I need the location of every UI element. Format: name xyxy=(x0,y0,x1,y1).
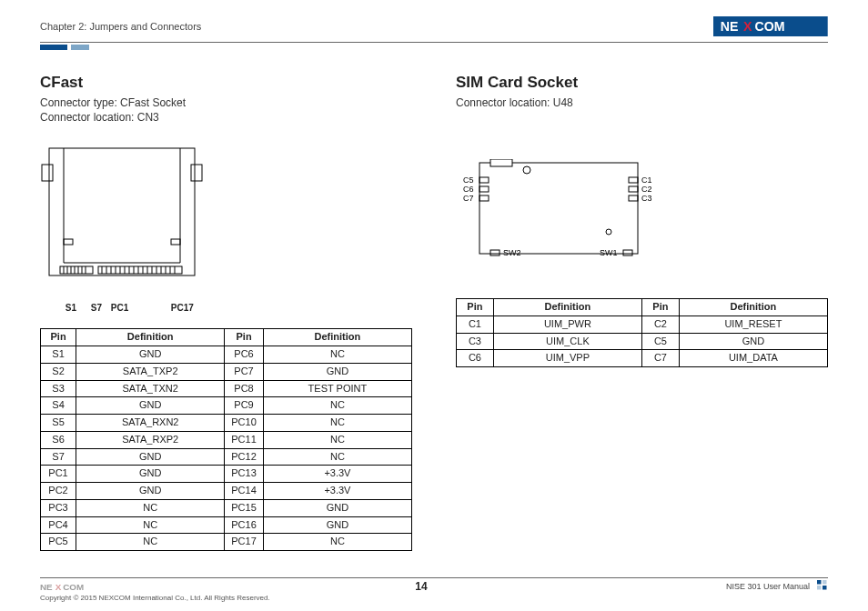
def-cell: GND xyxy=(76,483,225,500)
pin-cell: PC1 xyxy=(41,466,76,483)
svg-rect-51 xyxy=(490,250,500,255)
pin-cell: PC5 xyxy=(41,534,76,551)
svg-rect-6 xyxy=(191,165,202,181)
pin-cell: PC9 xyxy=(225,397,264,415)
pin-cell: PC3 xyxy=(41,499,76,516)
svg-rect-47 xyxy=(629,195,638,201)
th-def: Definition xyxy=(263,329,411,346)
def-cell: NC xyxy=(263,534,411,551)
svg-text:X: X xyxy=(56,582,62,592)
table-row: S2SATA_TXP2PC7GND xyxy=(41,363,412,380)
th-pin: Pin xyxy=(225,329,264,346)
svg-point-38 xyxy=(606,229,611,235)
pin-cell: PC15 xyxy=(225,499,264,516)
pin-cell: PC13 xyxy=(225,466,264,483)
def-cell: GND xyxy=(76,397,225,415)
svg-rect-39 xyxy=(479,177,489,183)
svg-rect-8 xyxy=(171,239,180,245)
copyright: Copyright © 2015 NEXCOM International Co… xyxy=(40,594,828,602)
pin-cell: S7 xyxy=(41,448,76,466)
th-pin: Pin xyxy=(457,299,494,316)
pin-cell: PC8 xyxy=(225,380,264,397)
def-cell: NC xyxy=(76,516,225,534)
def-cell: NC xyxy=(263,346,411,364)
pin-cell: S3 xyxy=(41,380,76,397)
svg-rect-61 xyxy=(823,586,827,590)
th-pin: Pin xyxy=(41,329,76,346)
def-cell: NC xyxy=(76,534,225,551)
def-cell: GND xyxy=(263,363,411,380)
pin-cell: S2 xyxy=(41,363,76,380)
def-cell: SATA_TXP2 xyxy=(76,363,225,380)
svg-text:C5: C5 xyxy=(463,175,474,185)
table-row: S1GNDPC6NC xyxy=(41,346,412,364)
table-row: PC1GNDPC13+3.3V xyxy=(41,466,412,483)
th-pin: Pin xyxy=(642,299,680,316)
table-row: S3SATA_TXN2PC8TEST POINT xyxy=(41,380,412,397)
svg-rect-59 xyxy=(823,580,827,585)
table-row: S4GNDPC9NC xyxy=(41,397,412,415)
def-cell: GND xyxy=(76,466,225,483)
svg-rect-5 xyxy=(42,165,53,181)
svg-rect-9 xyxy=(60,266,93,274)
def-cell: UIM_RESET xyxy=(679,316,827,333)
accent-bar xyxy=(40,45,828,55)
def-cell: UIM_DATA xyxy=(679,350,827,367)
footer-squares-icon xyxy=(817,580,828,593)
brand-logo: NE X COM xyxy=(713,16,828,36)
svg-text:NE: NE xyxy=(721,19,739,34)
def-cell: +3.3V xyxy=(263,483,411,500)
svg-point-37 xyxy=(523,166,530,174)
table-row: C1UIM_PWRC2UIM_RESET xyxy=(457,316,828,333)
table-row: PC2GNDPC14+3.3V xyxy=(41,483,412,500)
manual-name: NISE 301 User Manual xyxy=(726,582,810,591)
page-number: 14 xyxy=(415,580,427,593)
table-row: S7GNDPC12NC xyxy=(41,448,412,466)
footer-logo: NE X COM xyxy=(40,580,116,593)
pin-cell: PC14 xyxy=(225,483,264,500)
table-row: PC3NCPC15GND xyxy=(41,499,412,516)
pin-cell: PC10 xyxy=(225,415,264,432)
svg-rect-36 xyxy=(490,159,512,166)
sim-title: SIM Card Socket xyxy=(456,74,828,92)
pin-cell: PC6 xyxy=(225,346,264,364)
pin-cell: S1 xyxy=(41,346,76,364)
pin-cell: C3 xyxy=(457,333,494,350)
cfast-diagram: S1S7PC1PC17 xyxy=(40,143,412,323)
svg-text:X: X xyxy=(743,19,752,34)
def-cell: SATA_RXP2 xyxy=(76,431,225,448)
svg-rect-41 xyxy=(479,195,489,201)
sim-location: Connector location: U48 xyxy=(456,95,828,110)
sim-table: Pin Definition Pin Definition C1UIM_PWRC… xyxy=(456,298,828,367)
svg-text:COM: COM xyxy=(755,19,785,34)
svg-text:C7: C7 xyxy=(463,194,474,203)
svg-rect-35 xyxy=(479,163,638,254)
sim-diagram: C5 C6 C7 C1 C2 C3 SW2 SW1 xyxy=(463,159,828,271)
cfast-title: CFast xyxy=(40,74,412,92)
th-def: Definition xyxy=(493,299,641,316)
cfast-location: Connector location: CN3 xyxy=(40,110,412,125)
label-pc17: PC17 xyxy=(171,303,194,313)
pin-cell: S5 xyxy=(41,415,76,432)
def-cell: UIM_PWR xyxy=(493,316,641,333)
cfast-table: Pin Definition Pin Definition S1GNDPC6NC… xyxy=(40,328,412,551)
def-cell: GND xyxy=(263,516,411,534)
svg-rect-45 xyxy=(629,177,638,183)
svg-text:SW2: SW2 xyxy=(503,248,521,257)
def-cell: NC xyxy=(76,499,225,516)
svg-text:C1: C1 xyxy=(641,175,652,185)
pin-cell: C5 xyxy=(642,333,680,350)
def-cell: SATA_TXN2 xyxy=(76,380,225,397)
def-cell: UIM_CLK xyxy=(493,333,641,350)
pin-cell: PC17 xyxy=(225,534,264,551)
def-cell: NC xyxy=(263,397,411,415)
pin-cell: PC11 xyxy=(225,431,264,448)
svg-rect-52 xyxy=(623,250,632,255)
label-s1: S1 xyxy=(66,303,91,313)
def-cell: SATA_RXN2 xyxy=(76,415,225,432)
pin-cell: PC12 xyxy=(225,448,264,466)
svg-rect-40 xyxy=(479,186,489,192)
svg-rect-4 xyxy=(49,148,195,275)
th-def: Definition xyxy=(679,299,827,316)
table-row: PC4NCPC16GND xyxy=(41,516,412,534)
